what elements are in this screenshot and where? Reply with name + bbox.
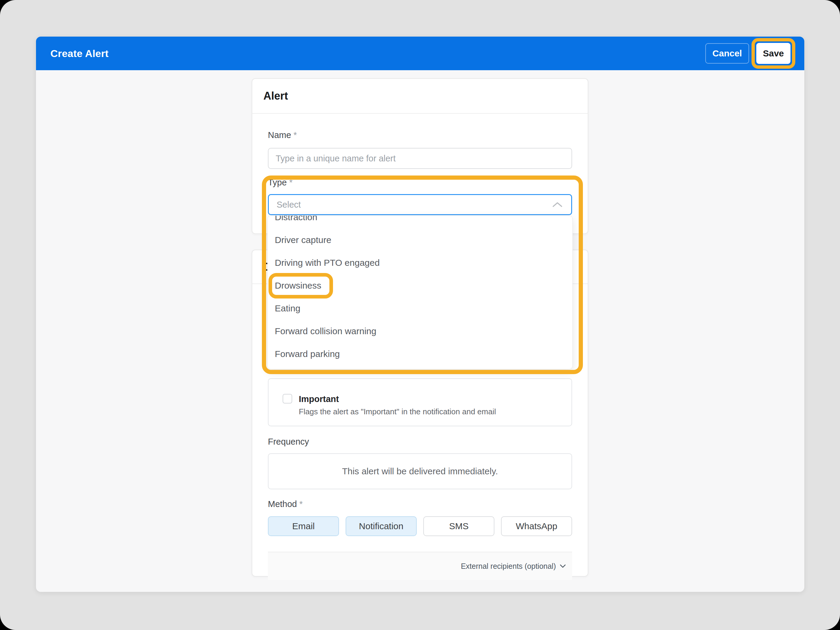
type-label-text: Type xyxy=(268,178,287,187)
alert-card-title: Alert xyxy=(252,79,588,114)
external-recipients-label: External recipients (optional) xyxy=(461,562,556,571)
frequency-box: This alert will be delivered immediately… xyxy=(268,453,572,489)
frequency-label: Frequency xyxy=(268,436,572,447)
save-button-wrap: Save xyxy=(756,43,791,64)
type-required-marker: * xyxy=(289,178,292,187)
type-label: Type* xyxy=(268,177,572,188)
important-box: Important Flags the alert as "Important"… xyxy=(268,378,572,426)
type-select[interactable]: Select xyxy=(268,194,572,215)
important-label: Important xyxy=(299,394,496,404)
name-label: Name* xyxy=(268,130,572,140)
dropdown-option-eating[interactable]: Eating xyxy=(268,297,572,320)
save-button[interactable]: Save xyxy=(756,43,791,64)
name-label-text: Name xyxy=(268,130,291,140)
dropdown-option-driving-with-pto[interactable]: Driving with PTO engaged xyxy=(268,251,572,274)
method-label-text: Method xyxy=(268,499,297,509)
dropdown-option-forward-parking[interactable]: Forward parking xyxy=(268,343,572,365)
name-input[interactable] xyxy=(268,148,572,169)
type-select-value: Select xyxy=(276,200,301,210)
dropdown-option-driver-capture[interactable]: Driver capture xyxy=(268,229,572,251)
method-button-group: Email Notification SMS WhatsApp xyxy=(268,516,572,536)
method-notification-button[interactable]: Notification xyxy=(346,516,417,536)
method-email-button[interactable]: Email xyxy=(268,516,339,536)
alert-card-body: Name* Type* Select xyxy=(252,114,588,215)
alert-card: Alert Name* Type* Select xyxy=(252,78,588,234)
cancel-button[interactable]: Cancel xyxy=(705,43,749,63)
form-content: Alert Name* Type* Select xyxy=(36,70,804,592)
type-dropdown-menu: Distraction Driver capture Driving with … xyxy=(267,215,573,369)
frequency-text: This alert will be delivered immediately… xyxy=(342,466,498,477)
chevron-down-icon xyxy=(559,564,566,568)
dropdown-option-drowsiness[interactable]: Drowsiness xyxy=(268,274,572,297)
dropdown-option-forward-collision-warning[interactable]: Forward collision warning xyxy=(268,320,572,343)
screenshot-root: Create Alert Cancel Save Alert Name* xyxy=(0,0,840,630)
method-label: Method* xyxy=(268,499,572,509)
method-sms-button[interactable]: SMS xyxy=(423,516,494,536)
important-checkbox[interactable] xyxy=(283,394,292,404)
page-title: Create Alert xyxy=(51,48,109,59)
create-alert-window: Create Alert Cancel Save Alert Name* xyxy=(36,36,804,592)
external-recipients-toggle[interactable]: External recipients (optional) xyxy=(268,552,572,580)
dropdown-option-distraction[interactable]: Distraction xyxy=(268,215,572,229)
chevron-up-icon xyxy=(551,201,564,208)
topbar: Create Alert Cancel Save xyxy=(36,36,804,70)
page-background: Create Alert Cancel Save Alert Name* xyxy=(0,0,840,630)
name-required-marker: * xyxy=(294,130,297,140)
important-texts: Important Flags the alert as "Important"… xyxy=(299,394,496,417)
important-description: Flags the alert as "Important" in the no… xyxy=(299,407,496,417)
method-whatsapp-button[interactable]: WhatsApp xyxy=(501,516,572,536)
method-required-marker: * xyxy=(299,499,303,509)
